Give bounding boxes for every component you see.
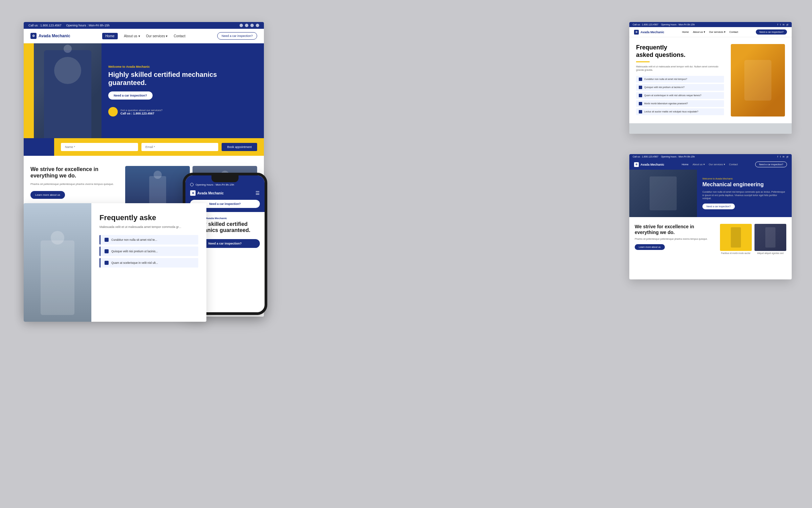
faq-topbar-right: f t in yt [777, 23, 788, 26]
mech-excellence-inner: We strive for excellence in everything w… [635, 224, 786, 254]
faq-nav-cta[interactable]: Need a car inspection? [756, 29, 787, 35]
mobile-nav: ⚙ Avada Mechanic ☰ [185, 188, 265, 198]
mech-learn-more-button[interactable]: Learn more about us [635, 244, 665, 250]
bottom-faq-item-2-text: Quisque velit nisi pretium ut lacinis... [111, 250, 158, 253]
excellence-title: We strive for excellence in everything w… [30, 166, 118, 179]
hero-content: Welcome to Avada Mechanic Highly skilled… [102, 58, 257, 123]
person-body-1 [149, 176, 166, 207]
faq-item-icon-2 [639, 86, 642, 89]
faq-phone: Call us : 1.800.123.4567 [633, 23, 658, 26]
mech-title: Mechanical engineering [702, 181, 786, 188]
mech-excellence-images: Faciibus id morbi modo auctor Aliquet al… [720, 224, 786, 254]
mech-nav-services[interactable]: Our services ▾ [709, 163, 725, 166]
mechanic-photo-1 [125, 166, 190, 207]
faq-bottom-strip [629, 123, 792, 134]
faq-nav-services[interactable]: Our services ▾ [709, 30, 725, 34]
nav-home[interactable]: Home [102, 33, 118, 39]
hero-contact: Got a question about our services? Call … [108, 107, 250, 117]
faq-main-content: Frequentlyasked questions. Malesuada vel… [629, 37, 792, 123]
faq-nav-contact[interactable]: Contact [729, 30, 738, 34]
bottom-faq-item-1[interactable]: Curabitur non nulla sit amet nisl te... [99, 235, 198, 245]
bottom-faq-item-2[interactable]: Quisque velit nisi pretium ut lacinis... [99, 247, 198, 256]
faq-nav-home[interactable]: Home [682, 30, 689, 34]
mech-nav-about[interactable]: About us ▾ [693, 163, 705, 166]
mech-brand-name: Avada Mechanic [640, 163, 664, 166]
facebook-icon [240, 24, 243, 27]
mech-phone: Call us : 1.800.123.4567 [633, 155, 658, 158]
booking-form: Book appointment [54, 138, 264, 156]
faq-item-4[interactable]: Morbi morbi bibendum egestas praesent? [636, 100, 724, 107]
mech-nav-links: Home About us ▾ Our services ▾ Contact [682, 163, 738, 166]
mech-image-2 [754, 224, 786, 251]
faq-item-icon-3 [639, 94, 642, 97]
instagram-icon [250, 24, 254, 27]
faq-item-1[interactable]: Curabitur non nulla sit amet nisl tempus… [636, 76, 724, 83]
mech-nav: ⚙ Avada Mechanic Home About us ▾ Our ser… [629, 159, 792, 170]
mech-excellence-desc: Phartra sit pellentesque pellentesque ph… [635, 237, 715, 241]
mech-description: Curabitur non nulla sit amet nisl tempus… [702, 190, 786, 200]
bottom-faq-image [24, 203, 91, 322]
learn-more-button[interactable]: Learn more about us [30, 191, 65, 199]
mech-gear-icon: ⚙ [634, 162, 639, 167]
nav-contact[interactable]: Contact [174, 34, 185, 38]
faq-topbar-left: Call us : 1.800.123.4567 Opening hours :… [633, 23, 695, 26]
mech-hero-content: Welcome to Avada Mechanic Mechanical eng… [697, 170, 792, 217]
mech-nav-home[interactable]: Home [682, 163, 689, 166]
mech-nav-cta[interactable]: Need a car inspection? [755, 162, 787, 167]
faq-hours: Opening hours : Mon-Fri 8h-15h [661, 23, 695, 26]
mech-excellence-text: We strive for excellence in everything w… [635, 224, 715, 250]
mobile-notch [211, 175, 239, 182]
brand-name: Avada Mechanic [39, 34, 70, 38]
mech-cta-button[interactable]: Need a car inspection? [702, 204, 735, 209]
mech-topbar: Call us : 1.800.123.4567 Opening hours :… [629, 154, 792, 159]
faq-item-2[interactable]: Quisque velit nisi pretium ut lacinia in… [636, 84, 724, 91]
name-input[interactable] [61, 143, 138, 151]
topbar-right [240, 24, 259, 27]
mech-excellence-title: We strive for excellence in everything w… [635, 224, 715, 235]
faq-item-5[interactable]: Lectus sit auctor mattis vel volutpat ri… [636, 108, 724, 115]
faq-right-image [731, 44, 785, 117]
bottom-faq-desc: Malesuada velit et ut malesuada amet tem… [99, 225, 198, 230]
mechanic-figure [44, 50, 91, 138]
nav-links: Home About us ▾ Our services ▾ Contact [102, 33, 185, 39]
faq-gear-icon: ⚙ [634, 30, 639, 35]
mech-nav-contact[interactable]: Contact [729, 163, 738, 166]
faq-item-icon-4 [639, 102, 642, 105]
faq-item-3[interactable]: Quam at scelerisque in velit nisl ultric… [636, 92, 724, 99]
nav-about[interactable]: About us ▾ [124, 34, 140, 38]
mobile-hamburger-icon[interactable]: ☰ [255, 190, 260, 196]
hero-mechanic-image [34, 43, 102, 138]
faq-item-5-text: Lectus sit auctor mattis vel volutpat ri… [644, 110, 698, 113]
faq-item-4-text: Morbi morbi bibendum egestas praesent? [644, 102, 688, 105]
excellence-text: We strive for excellence in everything w… [30, 166, 118, 199]
person-head [64, 45, 72, 53]
mechanic-silhouette-1 [125, 166, 190, 207]
email-input[interactable] [141, 143, 219, 151]
mech-hours: Opening hours : Mon-Fri 8h-15h [661, 155, 695, 158]
nav-cta-button[interactable]: Need a car inspection? [217, 32, 257, 40]
faq-left-content: Frequentlyasked questions. Malesuada vel… [636, 44, 724, 117]
mobile-clock-icon [190, 183, 194, 186]
bottom-faq-item-3-text: Quam at scelerisque in velit nisl ult... [111, 261, 158, 264]
brand-logo: ⚙ Avada Mechanic [30, 33, 70, 39]
mech-excellence-section: We strive for excellence in everything w… [629, 217, 792, 261]
faq-description: Malesuada velit et ut malesuada amet tem… [636, 65, 724, 72]
mech-topbar-left: Call us : 1.800.123.4567 Opening hours :… [633, 155, 695, 158]
topbar: Call us : 1.800.123.4567 Opening hours :… [24, 22, 264, 29]
phone-label: Call us : 1.800.123.4567 [28, 24, 62, 27]
faq-nav-about[interactable]: About us ▾ [693, 30, 705, 34]
nav-services[interactable]: Our services ▾ [146, 34, 168, 38]
mobile-logo: ⚙ Avada Mechanic [190, 190, 224, 196]
faq-nav: ⚙ Avada Mechanic Home About us ▾ Our ser… [629, 27, 792, 37]
faq-item-icon-1 [639, 78, 642, 81]
screenshot-mechanical: Call us : 1.800.123.4567 Opening hours :… [629, 154, 792, 279]
book-appointment-button[interactable]: Book appointment [222, 143, 257, 151]
bottom-faq-content: Frequently aske Malesuada velit et ut ma… [91, 203, 206, 322]
topbar-left: Call us : 1.800.123.4567 Opening hours :… [28, 24, 110, 27]
excellence-desc: Phartra sit pellentesque pellentesque ph… [30, 182, 118, 186]
hero-cta-button[interactable]: Need a car inspection? [108, 91, 153, 100]
faq-underline [636, 61, 650, 62]
bottom-faq-icon-3 [105, 261, 109, 265]
mech-image-2-label: Aliquet aliquet egestas sed [754, 251, 786, 254]
bottom-faq-item-3[interactable]: Quam at scelerisque in velit nisl ult... [99, 258, 198, 268]
